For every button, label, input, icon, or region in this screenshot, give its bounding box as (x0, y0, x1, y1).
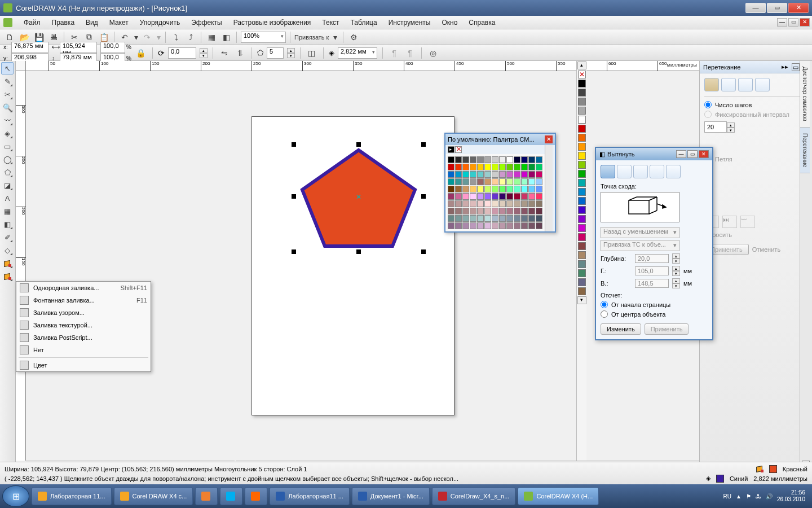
language-indicator[interactable]: RU (723, 493, 731, 500)
blend-tab[interactable]: Перетекание (800, 128, 810, 173)
menu-Файл[interactable]: Файл (18, 16, 46, 29)
x-input[interactable]: 76,875 мм (11, 42, 48, 53)
color-swatch[interactable] (536, 200, 542, 207)
color-swatch[interactable] (499, 186, 506, 192)
color-swatch[interactable] (455, 208, 462, 214)
export-button[interactable]: ⤴ (184, 31, 197, 43)
palette-swatch[interactable] (578, 143, 586, 151)
palette-swatch[interactable] (578, 233, 586, 241)
color-swatch[interactable] (462, 215, 469, 222)
extrude-camera-tab[interactable] (601, 165, 615, 178)
color-swatch[interactable] (484, 156, 491, 163)
color-swatch[interactable] (448, 164, 454, 170)
flyout-item[interactable]: Заливка текстурой... (16, 319, 151, 331)
zoom-combo[interactable]: 100% (241, 32, 286, 43)
tray-volume-icon[interactable]: 🔊 (766, 493, 773, 500)
color-swatch[interactable] (528, 171, 535, 178)
color-swatch[interactable] (521, 171, 528, 178)
color-swatch[interactable] (506, 164, 513, 170)
rectangle-tool[interactable]: ▭ (1, 140, 14, 152)
color-swatch[interactable] (506, 215, 513, 222)
handle-w[interactable] (292, 194, 296, 199)
color-swatch[interactable] (484, 171, 491, 178)
color-swatch[interactable] (514, 208, 520, 214)
color-swatch[interactable] (477, 215, 484, 222)
color-swatch[interactable] (521, 156, 528, 163)
color-swatch[interactable] (470, 208, 476, 214)
color-swatch[interactable] (470, 178, 476, 185)
color-swatch[interactable] (536, 156, 542, 163)
color-swatch[interactable] (484, 200, 491, 207)
flyout-item[interactable]: Заливка узором... (16, 306, 151, 319)
color-swatch[interactable] (521, 200, 528, 207)
extrude-color-tab[interactable] (650, 165, 664, 178)
color-swatch[interactable] (448, 186, 454, 192)
extrude-edit-button[interactable]: Изменить (601, 323, 641, 335)
flyout-item[interactable]: Цвет (16, 359, 151, 371)
palette-swatch[interactable] (578, 125, 586, 133)
tray-icon[interactable]: ⚑ (746, 493, 751, 500)
color-swatch[interactable] (536, 193, 542, 200)
color-swatch[interactable] (499, 178, 506, 185)
interactive-fill-tool[interactable] (1, 270, 14, 282)
outline-color-chip[interactable] (716, 475, 724, 483)
color-swatch[interactable] (521, 178, 528, 185)
taskbar-item[interactable]: Документ1 - Micr... (352, 487, 430, 505)
color-swatch[interactable] (484, 164, 491, 170)
palette-swatch[interactable] (578, 251, 586, 259)
window-maximize-button[interactable]: ▭ (767, 3, 787, 13)
extrude-minimize-button[interactable]: — (676, 150, 686, 158)
palette-swatch[interactable] (578, 179, 586, 187)
tray-icon[interactable]: ▲ (736, 493, 742, 500)
palette-swatch[interactable] (578, 242, 586, 250)
docker-menu-button[interactable]: ▭ (792, 63, 800, 71)
symbol-manager-tab[interactable]: Диспетчер символов (800, 61, 810, 128)
color-swatch[interactable] (514, 222, 520, 229)
color-swatch[interactable] (477, 178, 484, 185)
color-swatch[interactable] (448, 200, 454, 207)
color-swatch[interactable] (484, 193, 491, 200)
color-swatch[interactable] (462, 178, 469, 185)
color-swatch[interactable] (514, 193, 520, 200)
redo-dropdown[interactable]: ▾ (156, 31, 161, 43)
window-minimize-button[interactable]: — (745, 3, 766, 13)
handle-e[interactable] (421, 194, 426, 199)
tracking-button[interactable]: ◎ (427, 47, 439, 59)
color-swatch[interactable] (455, 171, 462, 178)
basic-shapes-tool[interactable]: ◪ (1, 179, 14, 191)
steps-input[interactable] (704, 121, 727, 133)
wrap-button[interactable]: ¶ (388, 47, 400, 59)
color-swatch[interactable] (536, 178, 542, 185)
blend-steps-tab[interactable] (704, 78, 719, 91)
color-swatch[interactable] (514, 215, 520, 222)
palette-swatch[interactable] (578, 107, 586, 115)
color-swatch[interactable] (506, 156, 513, 163)
color-swatch[interactable] (528, 164, 535, 170)
color-swatch[interactable] (455, 186, 462, 192)
color-swatch[interactable] (484, 186, 491, 192)
menu-Упорядочить[interactable]: Упорядочить (134, 16, 186, 29)
palette-swatch[interactable] (578, 197, 586, 205)
color-swatch[interactable] (514, 156, 520, 163)
eyedropper-tool[interactable]: ✐ (1, 231, 14, 243)
color-swatch[interactable] (462, 186, 469, 192)
handle-se[interactable] (421, 249, 426, 254)
handle-sw[interactable] (292, 249, 296, 254)
color-swatch[interactable] (462, 164, 469, 170)
depth-input[interactable]: 20,0 (635, 254, 669, 263)
menu-Таблица[interactable]: Таблица (345, 16, 383, 29)
palette-swatch[interactable] (578, 215, 586, 223)
snap-dropdown[interactable]: ▾ (331, 31, 339, 43)
color-swatch[interactable] (448, 222, 454, 229)
palette-swatch[interactable] (578, 98, 586, 106)
taskbar-item[interactable]: Лабораторная11 ... (270, 487, 350, 505)
menu-Инструменты[interactable]: Инструменты (383, 16, 436, 29)
taskbar-item[interactable]: CorelDRAW X4 (Н... (518, 487, 599, 505)
ref-object-radio[interactable] (601, 310, 608, 318)
taskbar-item[interactable] (195, 487, 218, 505)
width-input[interactable]: 105,924 мм (60, 42, 97, 53)
interactive-tool[interactable]: ◧ (1, 218, 14, 230)
color-swatch[interactable] (528, 222, 535, 229)
color-swatch[interactable] (462, 193, 469, 200)
color-swatch[interactable] (484, 215, 491, 222)
